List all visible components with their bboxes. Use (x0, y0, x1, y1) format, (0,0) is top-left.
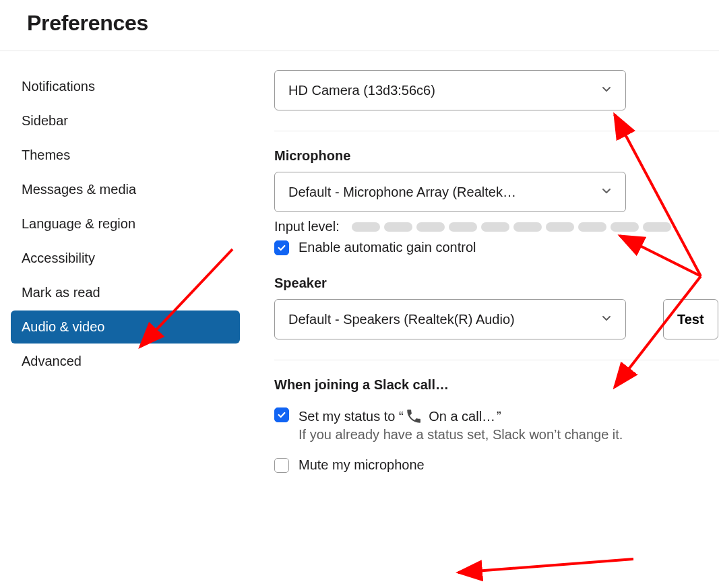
sidebar-item-themes[interactable]: Themes (11, 139, 240, 172)
phone-icon (405, 407, 423, 425)
level-pill (513, 222, 542, 232)
speaker-heading: Speaker (274, 275, 719, 291)
mute-checkbox[interactable] (274, 458, 289, 473)
sidebar-item-language-region[interactable]: Language & region (11, 207, 240, 240)
level-pill (643, 222, 671, 232)
sidebar-item-notifications[interactable]: Notifications (11, 70, 240, 103)
main-panel: HD Camera (13d3:56c6) Microphone Default… (241, 70, 719, 473)
chevron-down-icon (601, 185, 612, 200)
input-level-label: Input level: (274, 219, 340, 234)
sidebar-item-advanced[interactable]: Advanced (11, 345, 240, 378)
section-divider (274, 131, 719, 131)
status-note: If you already have a status set, Slack … (299, 427, 623, 443)
header: Preferences (0, 0, 719, 51)
speaker-select-value: Default - Speakers (Realtek(R) Audio) (288, 312, 515, 327)
input-level-meter (352, 222, 671, 232)
level-pill (611, 222, 639, 232)
speaker-select[interactable]: Default - Speakers (Realtek(R) Audio) (274, 299, 626, 339)
status-suffix: ” (497, 409, 501, 424)
sidebar-item-mark-as-read[interactable]: Mark as read (11, 276, 240, 309)
level-pill (578, 222, 606, 232)
test-speaker-button[interactable]: Test (663, 299, 718, 339)
status-row: Set my status to “ On a call… ” If you a… (274, 407, 719, 443)
page-title: Preferences (27, 11, 719, 36)
section-divider (274, 360, 719, 360)
status-text: On a call… (429, 409, 495, 424)
level-pill (546, 222, 574, 232)
status-checkbox[interactable] (274, 407, 289, 422)
camera-select-value: HD Camera (13d3:56c6) (288, 83, 435, 98)
level-pill (416, 222, 445, 232)
camera-select[interactable]: HD Camera (13d3:56c6) (274, 70, 626, 110)
sidebar-item-messages-media[interactable]: Messages & media (11, 173, 240, 206)
level-pill (449, 222, 477, 232)
joining-heading: When joining a Slack call… (274, 377, 719, 393)
agc-row: Enable automatic gain control (274, 240, 719, 255)
mute-row: Mute my microphone (274, 457, 719, 473)
sidebar-item-audio-video[interactable]: Audio & video (11, 311, 240, 344)
level-pill (481, 222, 509, 232)
agc-label: Enable automatic gain control (299, 240, 476, 255)
microphone-select-value: Default - Microphone Array (Realtek… (288, 185, 516, 200)
level-pill (384, 222, 412, 232)
microphone-heading: Microphone (274, 148, 719, 164)
svg-line-5 (458, 559, 633, 573)
level-pill (352, 222, 380, 232)
input-level-row: Input level: (274, 219, 719, 234)
chevron-down-icon (601, 83, 612, 98)
chevron-down-icon (601, 312, 612, 327)
mute-label: Mute my microphone (299, 457, 425, 473)
agc-checkbox[interactable] (274, 240, 289, 255)
sidebar-item-accessibility[interactable]: Accessibility (11, 242, 240, 275)
microphone-select[interactable]: Default - Microphone Array (Realtek… (274, 172, 626, 212)
status-prefix: Set my status to “ (299, 409, 404, 424)
preferences-sidebar: Notifications Sidebar Themes Messages & … (0, 70, 241, 473)
sidebar-item-sidebar[interactable]: Sidebar (11, 104, 240, 137)
status-label: Set my status to “ On a call… ” (299, 407, 623, 425)
